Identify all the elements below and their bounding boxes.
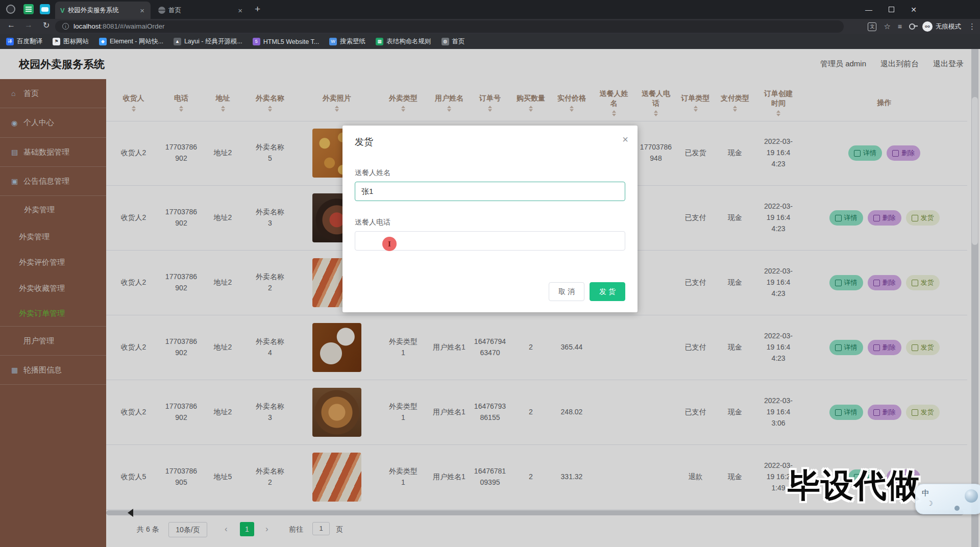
bookmark-favicon-icon: ◍ <box>442 38 449 45</box>
reload-icon[interactable]: ↻ <box>43 20 50 30</box>
pinned-tab-notes-icon[interactable] <box>23 4 34 14</box>
dialog-close-icon[interactable]: × <box>622 134 628 145</box>
dialog-footer: 取 消 发 货 <box>549 282 625 301</box>
vue-icon: V <box>60 7 65 14</box>
ime-sphere-icon[interactable] <box>965 489 978 503</box>
toolbar-actions: 文 ☆ ≡ oo 无痕模式 ⋮ <box>868 19 976 34</box>
bookmark-item[interactable]: ◍首页 <box>442 37 465 46</box>
ime-paw-icon <box>954 506 960 511</box>
bookmark-favicon-icon: ▦ <box>376 38 383 45</box>
text-cursor-icon: I <box>388 240 391 248</box>
forward-icon[interactable]: → <box>24 20 33 30</box>
bookmark-label: 搜索壁纸 <box>340 37 365 46</box>
deliverer-name-input[interactable] <box>355 182 625 201</box>
bookmark-item[interactable]: ▲Layui - 经典开源模... <box>174 37 242 46</box>
bookmark-favicon-icon: ◆ <box>99 38 107 45</box>
bookmark-label: HTML5 Website T... <box>263 38 319 45</box>
deliverer-name-label: 送餐人姓名 <box>355 168 390 178</box>
bookmarks-bar: 译百度翻译⚑图标网站◆Element - 网站快...▲Layui - 经典开源… <box>0 34 980 49</box>
minimize-button[interactable]: — <box>857 6 880 14</box>
tab-title: 校园外卖服务系统 <box>68 6 136 15</box>
cancel-button[interactable]: 取 消 <box>549 282 584 301</box>
bookmark-item[interactable]: ▦表结构命名规则 <box>376 37 431 46</box>
incognito-icon: oo <box>922 21 933 32</box>
site-info-icon[interactable]: i <box>62 23 69 30</box>
password-key-icon[interactable] <box>909 23 915 30</box>
ime-language-indicator[interactable]: 中 <box>922 488 929 498</box>
ship-dialog: 发货 × 送餐人姓名 送餐人电话 取 消 发 货 <box>342 126 638 312</box>
bookmark-star-icon[interactable]: ☆ <box>884 22 890 31</box>
watermark: 毕设代做 <box>788 463 920 508</box>
close-tab-icon[interactable]: × <box>139 6 145 15</box>
bookmark-label: 百度翻译 <box>17 37 42 46</box>
bookmark-favicon-icon: ⚑ <box>53 38 60 45</box>
window-controls: — ✕ <box>857 0 925 19</box>
browser-logo-icon[interactable] <box>6 5 15 14</box>
mouse-cursor: I <box>382 237 397 251</box>
ship-confirm-button[interactable]: 发 货 <box>590 282 625 301</box>
screen: V 校园外卖服务系统 × 首页 × + — ✕ ← → ↻ i localhos… <box>0 0 980 547</box>
tab-active[interactable]: V 校园外卖服务系统 × <box>55 2 151 19</box>
ime-toolbar[interactable]: 中 ☽ <box>915 484 980 514</box>
bookmark-item[interactable]: W搜索壁纸 <box>329 37 365 46</box>
incognito-badge: oo 无痕模式 <box>922 21 961 32</box>
incognito-label: 无痕模式 <box>936 22 961 31</box>
bookmark-label: Layui - 经典开源模... <box>184 37 242 46</box>
bookmark-item[interactable]: ⚑图标网站 <box>53 37 89 46</box>
browser-toolbar: ← → ↻ i localhost:8081/#/waimaiOrder 文 ☆… <box>0 19 980 34</box>
close-tab-icon[interactable]: × <box>237 6 243 15</box>
media-controls-icon[interactable]: ≡ <box>898 22 902 31</box>
browser-menu-icon[interactable]: ⋮ <box>968 22 976 31</box>
pinned-tab-bilibili-icon[interactable] <box>40 4 50 14</box>
tab-title: 首页 <box>168 6 234 15</box>
deliverer-phone-label: 送餐人电话 <box>355 218 390 227</box>
bookmark-item[interactable]: 译百度翻译 <box>6 37 42 46</box>
address-bar[interactable] <box>55 20 844 33</box>
ime-moon-icon[interactable]: ☽ <box>927 500 933 507</box>
bookmark-item[interactable]: ◆Element - 网站快... <box>99 37 163 46</box>
dialog-title: 发货 <box>355 136 373 148</box>
bookmark-favicon-icon: ▲ <box>174 38 181 45</box>
bookmark-label: 表结构命名规则 <box>386 37 431 46</box>
close-window-button[interactable]: ✕ <box>902 6 925 14</box>
new-tab-button[interactable]: + <box>255 4 260 15</box>
url-text[interactable]: localhost:8081/#/waimaiOrder <box>74 22 165 30</box>
back-icon[interactable]: ← <box>7 20 15 30</box>
url-host: localhost <box>74 22 101 30</box>
translate-icon[interactable]: 文 <box>868 22 876 31</box>
globe-icon <box>158 7 165 14</box>
url-path: :8081/#/waimaiOrder <box>101 22 164 30</box>
bookmark-item[interactable]: 5HTML5 Website T... <box>253 38 319 45</box>
bookmark-label: 图标网站 <box>63 37 89 46</box>
bookmark-label: Element - 网站快... <box>110 37 163 46</box>
bookmark-favicon-icon: 译 <box>6 38 14 45</box>
maximize-button[interactable] <box>880 6 902 14</box>
browser-tab-strip: V 校园外卖服务系统 × 首页 × + — ✕ <box>0 0 980 19</box>
tab-inactive[interactable]: 首页 × <box>153 2 249 19</box>
maximize-icon <box>889 7 894 12</box>
bookmark-favicon-icon: 5 <box>253 38 260 45</box>
bookmark-favicon-icon: W <box>329 38 337 45</box>
bookmark-label: 首页 <box>452 37 465 46</box>
